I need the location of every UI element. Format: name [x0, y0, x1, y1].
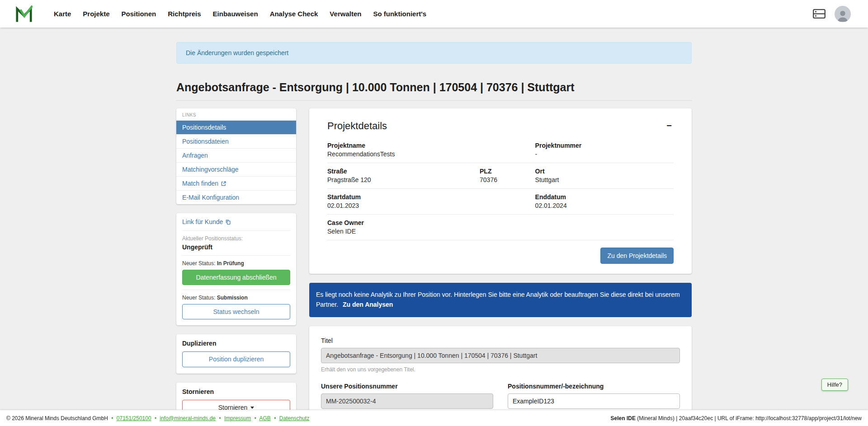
footer-session-details: (Mineral Minds) | 20aaf34c20ec | URL of … [636, 415, 862, 421]
field-value: Stuttgart [535, 176, 674, 183]
next-status-label: Neuer Status: [182, 260, 215, 267]
caret-down-icon [250, 407, 254, 409]
duplicate-card: Duplizieren Position duplizieren [176, 334, 296, 373]
detail-row: Projektname RecommendationsTests Projekt… [327, 137, 674, 163]
nav-item-richtpreis[interactable]: Richtpreis [162, 6, 207, 21]
user-avatar[interactable] [835, 6, 851, 22]
detail-row: Case Owner Selen IDE [327, 215, 674, 240]
main-content: Projektdetails − Projektname Recommendat… [309, 108, 692, 426]
nav-item-analyse-check[interactable]: Analyse Check [264, 6, 324, 21]
page-body: Die Änderungen wurden gespeichert Angebo… [0, 42, 868, 426]
position-number-input[interactable] [508, 393, 680, 409]
field-label: Projektname [327, 142, 535, 149]
brand-logo-icon [15, 5, 33, 23]
complete-data-entry-button[interactable]: Datenerfassung abschließen [182, 270, 290, 285]
next-status-value: Submission [217, 295, 248, 301]
field-value: - [535, 150, 674, 158]
footer-user: Selen IDE [611, 415, 636, 421]
field-label: Case Owner [327, 219, 674, 226]
footer-terms-link[interactable]: AGB [259, 415, 271, 421]
status-card: Link für Kunde Aktueller Positionsstatus… [176, 213, 296, 325]
sidebar-item-match-finden[interactable]: Match finden [176, 176, 296, 190]
sidebar-item-positionsdetails[interactable]: Positionsdetails [176, 120, 296, 134]
sidebar-item-matchingvorschlaege[interactable]: Matchingvorschläge [176, 162, 296, 176]
server-icon[interactable] [813, 9, 826, 19]
current-status-label: Aktueller Positionsstatus: [182, 235, 290, 242]
field-value: 70376 [480, 176, 535, 183]
project-details-card: Projektdetails − Projektname Recommendat… [309, 108, 692, 274]
field-label: Startdatum [327, 193, 535, 201]
project-details-title: Projektdetails [327, 120, 387, 132]
sidebar-links-card: LINKS Positionsdetails Positionsdateien … [176, 108, 296, 204]
titel-help-text: Erhält den von uns vorgegebenen Titel. [321, 366, 680, 373]
external-link-icon [221, 181, 226, 187]
field-label: Ort [535, 168, 674, 175]
detail-row: Straße Pragstraße 120 PLZ 70376 Ort Stut… [327, 163, 674, 189]
duplicate-card-title: Duplizieren [182, 340, 290, 347]
field-value: 02.01.2024 [535, 202, 674, 209]
footer-email-link[interactable]: info@mineral-minds.de [160, 415, 216, 421]
separator-dot: • [255, 415, 256, 421]
nav-item-so-funktionierts[interactable]: So funktioniert's [367, 6, 432, 21]
field-label: Projektnummer [535, 142, 674, 149]
next-status-value: In Prüfung [217, 260, 244, 267]
copy-icon [225, 219, 231, 225]
nav-item-karte[interactable]: Karte [48, 6, 77, 21]
collapse-button[interactable]: − [665, 120, 674, 131]
our-position-number-input [321, 393, 493, 409]
footer-privacy-link[interactable]: Datenschutz [279, 415, 310, 421]
footer-left: © 2026 Mineral Minds Deutschland GmbH • … [6, 415, 309, 421]
project-details-button[interactable]: Zu den Projektdetails [600, 248, 674, 264]
separator-dot: • [155, 415, 156, 421]
field-value: 02.01.2023 [327, 202, 535, 209]
next-status-2: Neuer Status: Submission [182, 295, 290, 301]
footer-imprint-link[interactable]: Impressum [224, 415, 251, 421]
position-number-label: Positionsnummer/-bezeichnung [508, 383, 680, 390]
customer-link[interactable]: Link für Kunde [182, 218, 231, 225]
page-title: Angebotsanfrage - Entsorgung | 10.000 To… [176, 81, 692, 101]
sidebar: LINKS Positionsdetails Positionsdateien … [176, 108, 296, 426]
field-value: Pragstraße 120 [327, 176, 480, 183]
footer-phone-link[interactable]: 07151/250100 [117, 415, 151, 421]
brand-logo[interactable] [15, 5, 33, 23]
save-success-alert: Die Änderungen wurden gespeichert [176, 42, 692, 64]
copyright-text: © 2026 Mineral Minds Deutschland GmbH [6, 415, 108, 421]
field-value: RecommendationsTests [327, 150, 535, 158]
next-status-1: Neuer Status: In Prüfung [182, 260, 290, 267]
nav-item-verwalten[interactable]: Verwalten [324, 6, 367, 21]
field-label: PLZ [480, 168, 535, 175]
sidebar-item-email-konfiguration[interactable]: E-Mail Konfiguration [176, 190, 296, 204]
nav-item-projekte[interactable]: Projekte [77, 6, 115, 21]
sidebar-item-label: Match finden [182, 180, 218, 187]
our-position-number-label: Unsere Positionsnummer [321, 383, 493, 390]
footer: © 2026 Mineral Minds Deutschland GmbH • … [0, 410, 868, 426]
nav-item-positionen[interactable]: Positionen [116, 6, 162, 21]
separator-dot: • [219, 415, 221, 421]
titel-label: Titel [321, 337, 680, 344]
user-avatar-icon [836, 9, 849, 22]
navbar: Karte Projekte Positionen Richtpreis Ein… [0, 0, 868, 28]
current-status-value: Ungeprüft [182, 243, 290, 251]
field-label: Straße [327, 168, 480, 175]
duplicate-position-button[interactable]: Position duplizieren [182, 351, 290, 367]
sidebar-item-positionsdateien[interactable]: Positionsdateien [176, 134, 296, 148]
next-status-label: Neuer Status: [182, 295, 215, 301]
detail-row: Startdatum 02.01.2023 Enddatum 02.01.202… [327, 189, 674, 215]
sidebar-item-anfragen[interactable]: Anfragen [176, 148, 296, 162]
analytics-banner: Es liegt noch keine Analytik zu Ihrer Po… [309, 283, 692, 317]
cancel-card-title: Stornieren [182, 388, 290, 395]
nav-item-einbauweisen[interactable]: Einbauweisen [207, 6, 264, 21]
main-nav: Karte Projekte Positionen Richtpreis Ein… [48, 6, 432, 21]
analytics-link[interactable]: Zu den Analysen [343, 301, 393, 308]
help-button[interactable]: Hilfe? [821, 379, 848, 391]
titel-input [321, 348, 680, 363]
links-header: LINKS [176, 108, 296, 120]
separator-dot: • [274, 415, 276, 421]
field-value: Selen IDE [327, 228, 674, 235]
field-label: Enddatum [535, 193, 674, 201]
switch-status-button[interactable]: Status wechseln [182, 304, 290, 319]
footer-session-info: Selen IDE (Mineral Minds) | 20aaf34c20ec… [611, 415, 862, 421]
separator-dot: • [111, 415, 113, 421]
navbar-right [813, 6, 856, 22]
customer-link-label: Link für Kunde [182, 218, 223, 225]
